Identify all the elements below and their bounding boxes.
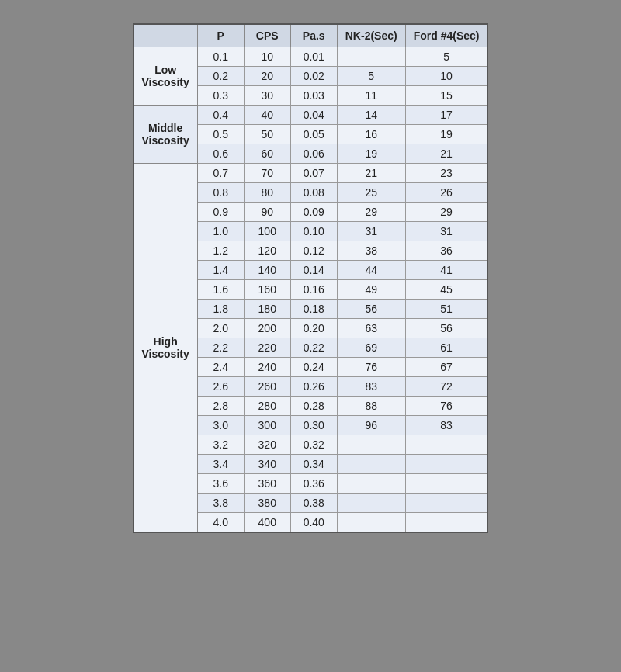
value-cell-cps: 20 (244, 67, 290, 86)
value-cell-ford4: 19 (405, 125, 487, 144)
value-cell-nk2: 96 (337, 416, 405, 435)
value-cell-ford4: 45 (405, 280, 487, 300)
value-cell-pas: 0.22 (290, 338, 337, 358)
value-cell-pas: 0.14 (290, 261, 337, 280)
value-cell-pas: 0.01 (290, 47, 337, 67)
value-cell-cps: 300 (244, 416, 290, 435)
value-cell-p: 4.0 (197, 513, 244, 533)
value-cell-nk2: 29 (337, 203, 405, 222)
value-cell-p: 1.0 (197, 222, 244, 241)
value-cell-cps: 220 (244, 338, 290, 358)
value-cell-ford4 (405, 435, 487, 455)
value-cell-p: 3.6 (197, 474, 244, 494)
value-cell-pas: 0.10 (290, 222, 337, 241)
value-cell-pas: 0.02 (290, 67, 337, 86)
header-nk2: NK-2(Sec) (337, 24, 405, 47)
value-cell-pas: 0.38 (290, 494, 337, 513)
value-cell-pas: 0.34 (290, 455, 337, 474)
value-cell-pas: 0.24 (290, 358, 337, 377)
value-cell-cps: 160 (244, 280, 290, 300)
value-cell-nk2: 25 (337, 183, 405, 203)
value-cell-cps: 340 (244, 455, 290, 474)
value-cell-pas: 0.36 (290, 474, 337, 494)
header-row: P CPS Pa.s NK-2(Sec) Ford #4(Sec) (134, 24, 488, 47)
value-cell-ford4: 10 (405, 67, 487, 86)
value-cell-pas: 0.09 (290, 203, 337, 222)
table-wrapper: P CPS Pa.s NK-2(Sec) Ford #4(Sec) LowVis… (125, 16, 497, 541)
header-p: P (197, 24, 244, 47)
value-cell-nk2 (337, 474, 405, 494)
value-cell-p: 2.0 (197, 319, 244, 338)
value-cell-nk2: 19 (337, 144, 405, 164)
value-cell-nk2: 69 (337, 338, 405, 358)
value-cell-nk2 (337, 455, 405, 474)
value-cell-pas: 0.07 (290, 164, 337, 183)
value-cell-ford4 (405, 474, 487, 494)
value-cell-cps: 50 (244, 125, 290, 144)
value-cell-p: 2.8 (197, 397, 244, 416)
value-cell-pas: 0.08 (290, 183, 337, 203)
value-cell-cps: 180 (244, 300, 290, 319)
value-cell-pas: 0.26 (290, 377, 337, 397)
value-cell-p: 1.2 (197, 241, 244, 261)
value-cell-nk2 (337, 435, 405, 455)
value-cell-nk2: 16 (337, 125, 405, 144)
value-cell-p: 1.6 (197, 280, 244, 300)
value-cell-p: 0.2 (197, 67, 244, 86)
value-cell-p: 0.8 (197, 183, 244, 203)
value-cell-cps: 70 (244, 164, 290, 183)
category-cell: LowViscosity (134, 47, 198, 106)
value-cell-ford4: 17 (405, 106, 487, 125)
value-cell-pas: 0.40 (290, 513, 337, 533)
value-cell-p: 0.5 (197, 125, 244, 144)
value-cell-p: 1.8 (197, 300, 244, 319)
value-cell-cps: 10 (244, 47, 290, 67)
value-cell-cps: 40 (244, 106, 290, 125)
value-cell-ford4: 5 (405, 47, 487, 67)
value-cell-ford4 (405, 455, 487, 474)
value-cell-cps: 380 (244, 494, 290, 513)
value-cell-nk2: 56 (337, 300, 405, 319)
value-cell-ford4: 31 (405, 222, 487, 241)
value-cell-ford4: 56 (405, 319, 487, 338)
value-cell-cps: 240 (244, 358, 290, 377)
value-cell-p: 0.7 (197, 164, 244, 183)
value-cell-nk2: 44 (337, 261, 405, 280)
value-cell-cps: 400 (244, 513, 290, 533)
value-cell-ford4: 72 (405, 377, 487, 397)
value-cell-cps: 360 (244, 474, 290, 494)
table-row: LowViscosity0.1100.015 (134, 47, 488, 67)
value-cell-p: 3.4 (197, 455, 244, 474)
value-cell-pas: 0.20 (290, 319, 337, 338)
value-cell-pas: 0.12 (290, 241, 337, 261)
value-cell-ford4: 76 (405, 397, 487, 416)
value-cell-nk2: 63 (337, 319, 405, 338)
value-cell-p: 0.4 (197, 106, 244, 125)
value-cell-cps: 30 (244, 86, 290, 106)
value-cell-p: 0.3 (197, 86, 244, 106)
value-cell-cps: 280 (244, 397, 290, 416)
value-cell-ford4 (405, 513, 487, 533)
header-ford4: Ford #4(Sec) (405, 24, 487, 47)
value-cell-nk2 (337, 47, 405, 67)
header-cps: CPS (244, 24, 290, 47)
value-cell-nk2: 31 (337, 222, 405, 241)
category-cell: MiddleViscosity (134, 106, 198, 164)
category-cell: HighViscosity (134, 164, 198, 533)
viscosity-table: P CPS Pa.s NK-2(Sec) Ford #4(Sec) LowVis… (133, 23, 489, 533)
value-cell-cps: 200 (244, 319, 290, 338)
value-cell-pas: 0.28 (290, 397, 337, 416)
value-cell-cps: 80 (244, 183, 290, 203)
value-cell-nk2 (337, 494, 405, 513)
value-cell-p: 2.6 (197, 377, 244, 397)
value-cell-p: 0.6 (197, 144, 244, 164)
value-cell-ford4: 36 (405, 241, 487, 261)
value-cell-ford4: 67 (405, 358, 487, 377)
value-cell-nk2: 5 (337, 67, 405, 86)
value-cell-cps: 90 (244, 203, 290, 222)
value-cell-nk2: 38 (337, 241, 405, 261)
value-cell-p: 1.4 (197, 261, 244, 280)
value-cell-ford4: 15 (405, 86, 487, 106)
value-cell-cps: 260 (244, 377, 290, 397)
value-cell-ford4: 83 (405, 416, 487, 435)
